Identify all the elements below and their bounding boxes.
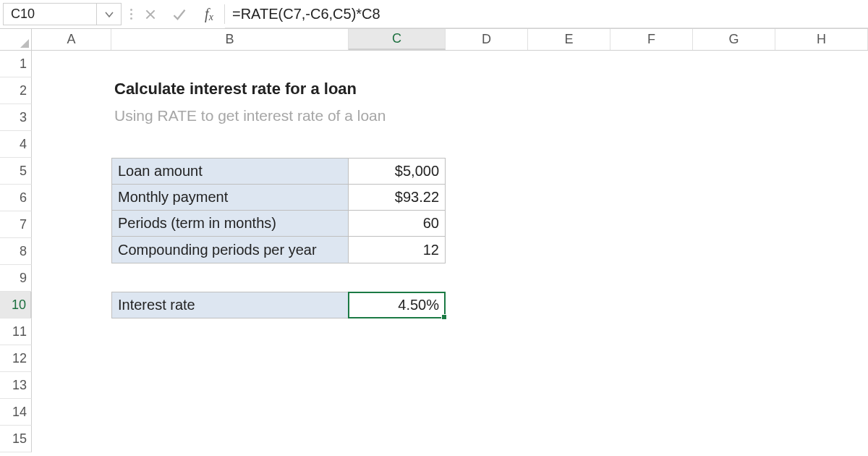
value-monthly-payment[interactable]: $93.22 (349, 185, 445, 210)
row-header-8[interactable]: 8 (0, 238, 32, 265)
row-header-1[interactable]: 1 (0, 51, 32, 77)
col-header-E[interactable]: E (528, 29, 610, 50)
row-header-14[interactable]: 14 (0, 399, 32, 426)
sheet-subtitle: Using RATE to get interest rate of a loa… (114, 107, 386, 124)
table-row: Loan amount $5,000 (112, 159, 445, 185)
value-compounding[interactable]: 12 (349, 237, 445, 263)
row-header-6[interactable]: 6 (0, 185, 32, 211)
col-header-F[interactable]: F (610, 29, 693, 50)
formula-input[interactable]: =RATE(C7,-C6,C5)*C8 (225, 0, 868, 28)
value-interest-rate-wrap: 4.50% (349, 292, 445, 318)
label-monthly-payment[interactable]: Monthly payment (112, 185, 349, 210)
row-header-15[interactable]: 15 (0, 426, 32, 452)
cells-area[interactable]: Calculate interest rate for a loan Using… (32, 51, 868, 452)
label-interest-rate[interactable]: Interest rate (112, 292, 349, 318)
formula-bar: C10 fx =RATE(C7,-C6,C5)*C8 (0, 0, 868, 29)
col-header-H[interactable]: H (775, 29, 868, 50)
name-box-dropdown[interactable] (97, 3, 122, 25)
enter-formula-button[interactable] (165, 0, 194, 28)
fx-x: x (209, 12, 213, 23)
row-header-12[interactable]: 12 (0, 345, 32, 372)
table-row: Compounding periods per year 12 (112, 237, 445, 263)
insert-function-button[interactable]: fx (194, 0, 224, 28)
column-headers: A B C D E F G H (0, 29, 868, 51)
table-row: Monthly payment $93.22 (112, 185, 445, 211)
table-row: Periods (term in months) 60 (112, 211, 445, 237)
name-box[interactable]: C10 (3, 3, 97, 25)
col-header-D[interactable]: D (446, 29, 528, 50)
x-icon (144, 8, 157, 21)
value-periods[interactable]: 60 (349, 211, 445, 236)
select-all-corner[interactable] (0, 29, 32, 50)
grid: 123456789101112131415 Calculate interest… (0, 51, 868, 452)
label-compounding[interactable]: Compounding periods per year (112, 237, 349, 263)
sheet-title: Calculate interest rate for a loan (114, 80, 357, 98)
row-header-4[interactable]: 4 (0, 131, 32, 158)
row-header-5[interactable]: 5 (0, 158, 32, 185)
row-header-2[interactable]: 2 (0, 77, 32, 104)
row-header-9[interactable]: 9 (0, 265, 32, 292)
formula-bar-grip (126, 0, 136, 28)
label-periods[interactable]: Periods (term in months) (112, 211, 349, 236)
row-header-11[interactable]: 11 (0, 318, 32, 345)
row-header-3[interactable]: 3 (0, 104, 32, 131)
row-header-10[interactable]: 10 (0, 292, 32, 318)
row-header-7[interactable]: 7 (0, 211, 32, 238)
input-table: Loan amount $5,000 Monthly payment $93.2… (111, 158, 446, 263)
cancel-formula-button[interactable] (136, 0, 165, 28)
value-loan-amount[interactable]: $5,000 (349, 159, 445, 184)
fill-handle[interactable] (441, 314, 447, 320)
result-table: Interest rate 4.50% (111, 292, 446, 318)
row-headers: 123456789101112131415 (0, 51, 32, 452)
check-icon (172, 7, 187, 22)
active-cell[interactable]: 4.50% (348, 292, 446, 318)
chevron-down-icon (103, 9, 115, 20)
row-header-13[interactable]: 13 (0, 372, 32, 399)
label-loan-amount[interactable]: Loan amount (112, 159, 349, 184)
col-header-G[interactable]: G (693, 29, 775, 50)
col-header-A[interactable]: A (32, 29, 111, 50)
col-header-B[interactable]: B (111, 29, 349, 50)
value-interest-rate: 4.50% (398, 297, 439, 313)
col-header-C[interactable]: C (349, 29, 446, 50)
